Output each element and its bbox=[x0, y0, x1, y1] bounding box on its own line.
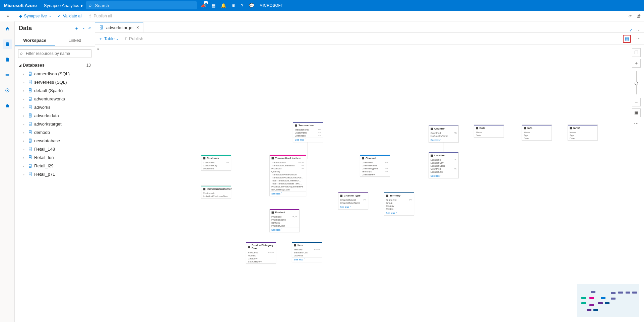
chevron-down-icon: ◢ bbox=[19, 63, 23, 67]
fit-to-screen-button[interactable]: ☐ bbox=[632, 48, 641, 57]
nav-monitor[interactable] bbox=[3, 86, 12, 95]
entity-location[interactable]: ▦LocationLocationIdPKLocationCityLocatio… bbox=[429, 152, 459, 178]
database-label: serverless (SQL) bbox=[34, 80, 67, 85]
add-table-dropdown[interactable]: ＋ Table ⌄ bbox=[99, 36, 119, 42]
database-item[interactable]: ▹🗄adworkstarget bbox=[17, 120, 95, 128]
database-icon: 🗄 bbox=[28, 105, 32, 110]
expand-icon[interactable]: ⤢ bbox=[629, 27, 633, 32]
chevron-right-icon: ▹ bbox=[23, 173, 26, 176]
nav-integrate[interactable] bbox=[3, 70, 12, 80]
tab-workspace[interactable]: Workspace bbox=[15, 35, 55, 46]
zoom-slider[interactable] bbox=[636, 71, 637, 94]
tab-linked[interactable]: Linked bbox=[55, 35, 95, 46]
entity-country[interactable]: ▦CountryCountryIdPKIsoCountryNameSee les… bbox=[429, 125, 459, 143]
database-label: Retail_p71 bbox=[34, 172, 55, 177]
entity-info[interactable]: ▦InfoNameAgeDate bbox=[522, 125, 552, 141]
chevron-right-icon: ▹ bbox=[23, 148, 26, 151]
database-item[interactable]: ▹🗄demodb bbox=[17, 128, 95, 137]
toolbar-right-actions: ⟳ 🗑 bbox=[624, 14, 641, 18]
top-navbar: Microsoft Azure Synapse Analytics ▸ 📣1 ▦… bbox=[0, 0, 644, 11]
pipeline-icon bbox=[5, 73, 10, 77]
entity-product[interactable]: ▦ProductProductIdPK,FKProductNameItemSku… bbox=[269, 209, 300, 232]
properties-panel-button[interactable]: ▤ bbox=[623, 35, 631, 43]
canvas-more-icon[interactable]: ⋯ bbox=[636, 36, 641, 41]
feedback-icon[interactable]: 📣1 bbox=[201, 3, 206, 8]
expand-canvas-icon[interactable]: » bbox=[97, 47, 99, 51]
service-dropdown[interactable]: Synapse Analytics ▸ bbox=[41, 3, 86, 8]
nav-develop[interactable] bbox=[3, 55, 12, 64]
minimap[interactable] bbox=[577, 284, 639, 317]
sidebar-title: Data bbox=[19, 25, 32, 32]
settings-icon[interactable]: ⚙ bbox=[232, 3, 236, 8]
publish-all-button: ⇪ Publish all bbox=[88, 14, 112, 18]
validate-all-button[interactable]: ✓ Validate all bbox=[58, 14, 82, 18]
database-item[interactable]: ▹🗄newdatabase bbox=[17, 137, 95, 145]
entity-date[interactable]: ▦DateNameDate bbox=[474, 125, 504, 138]
zoom-in-button[interactable]: ＋ bbox=[632, 59, 641, 68]
minimap-toggle-button[interactable]: ▣ bbox=[632, 108, 641, 117]
upload-icon: ⇪ bbox=[124, 36, 128, 41]
database-icon: 🗄 bbox=[28, 139, 32, 143]
entity-individualcustomer[interactable]: ▦IndividualCustomerCustomerIdIndividualC… bbox=[201, 185, 231, 198]
chat-icon[interactable]: 💬 bbox=[249, 3, 254, 8]
database-item[interactable]: ▹🗄adworksdata bbox=[17, 111, 95, 120]
database-item[interactable]: ▹🗄Retail_fun bbox=[17, 153, 95, 162]
zoom-controls: ☐ ＋ − ▣ ⋯ bbox=[632, 48, 641, 128]
nav-home[interactable] bbox=[3, 24, 12, 33]
database-item[interactable]: ▹🗄aamerrilsea (SQL) bbox=[17, 70, 95, 78]
database-icon: 🗄 bbox=[28, 113, 32, 118]
entity-customer[interactable]: ▦CustomerCustomerIdPKCustomerKeyLocation… bbox=[201, 155, 231, 171]
database-item[interactable]: ▹🗄Retail_148 bbox=[17, 145, 95, 153]
synapse-live-dropdown[interactable]: ◆ Synapse live ⌄ bbox=[19, 14, 52, 18]
refresh-icon[interactable]: ⟳ bbox=[628, 14, 632, 18]
add-resource-button[interactable]: ＋ bbox=[74, 25, 79, 31]
help-icon[interactable]: ? bbox=[241, 3, 243, 8]
nav-manage[interactable] bbox=[3, 101, 12, 110]
entity-info2[interactable]: ▦Info2NameAgeDate bbox=[568, 125, 598, 141]
diagram-canvas[interactable]: » ☐ ＋ − ▣ ⋯ bbox=[95, 45, 644, 322]
database-item[interactable]: ▹🗄adworks bbox=[17, 103, 95, 111]
global-search-input[interactable] bbox=[86, 1, 197, 9]
entity-productcategory[interactable]: ▦ProductCategory DimProductIdPK,FKModelI… bbox=[246, 242, 276, 264]
more-icon[interactable]: ⋯ bbox=[636, 27, 641, 32]
database-icon: 🗄 bbox=[28, 97, 32, 101]
database-icon: 🗄 bbox=[28, 147, 32, 152]
nav-data[interactable] bbox=[3, 39, 12, 49]
entity-channeltype[interactable]: ▦ChannelTypeChannelTypeIdPKChannelTypeNa… bbox=[338, 192, 368, 210]
chevron-right-icon: ▹ bbox=[23, 164, 26, 168]
entity-item[interactable]: ▦ItemItemSkuPK,FKStandardCostListPriceSe… bbox=[292, 242, 322, 262]
publish-button: ⇪ Publish bbox=[124, 36, 143, 41]
database-item[interactable]: ▹🗄adventureworks bbox=[17, 95, 95, 103]
entity-channel[interactable]: ▦ChannelChannelIdPKChannelNameChannelTyp… bbox=[360, 155, 390, 177]
canvas-options-icon[interactable]: ⋯ bbox=[632, 119, 641, 128]
svg-rect-4 bbox=[6, 105, 9, 107]
database-item[interactable]: ▹🗄Retail_l29 bbox=[17, 162, 95, 170]
sidebar-more-icon[interactable]: ⌄ bbox=[82, 25, 85, 31]
delete-icon[interactable]: 🗑 bbox=[637, 14, 641, 18]
database-item[interactable]: ▹🗄serverless (SQL) bbox=[17, 78, 95, 86]
file-tab-adworkstarget[interactable]: 🗄 adworkstarget × bbox=[95, 22, 143, 32]
apps-icon[interactable]: ▦ bbox=[211, 3, 215, 8]
home-icon bbox=[5, 26, 10, 31]
close-tab-icon[interactable]: × bbox=[136, 25, 139, 30]
database-item[interactable]: ▹🗄default (Spark) bbox=[17, 86, 95, 95]
database-label: adworksdata bbox=[34, 113, 59, 118]
database-label: default (Spark) bbox=[34, 88, 63, 93]
entity-transaction[interactable]: ▦TransactionTransactionIdPKCustomerIdFKC… bbox=[293, 122, 323, 142]
entity-territory[interactable]: ▦TerritoryTerritoryIdPKGroupCountryRegio… bbox=[384, 192, 414, 216]
database-icon bbox=[5, 42, 10, 47]
filter-resources-input[interactable] bbox=[18, 49, 91, 58]
zoom-slider-thumb[interactable] bbox=[635, 82, 638, 85]
databases-group-row[interactable]: ◢ Databases 13 bbox=[15, 61, 95, 70]
collapse-sidebar-icon[interactable]: « bbox=[88, 25, 91, 31]
upload-icon: ⇪ bbox=[88, 14, 92, 18]
notifications-icon[interactable]: 🔔 bbox=[221, 3, 226, 8]
left-nav-rail bbox=[0, 21, 15, 322]
database-icon: 🗄 bbox=[28, 80, 32, 85]
expand-leftrail-icon[interactable]: » bbox=[7, 14, 9, 18]
zoom-out-button[interactable]: − bbox=[632, 98, 641, 106]
database-icon: 🗄 bbox=[28, 122, 32, 127]
entity-transactionlineitem[interactable]: ▦TransactionLineItemTransactionIdPK,FKTr… bbox=[269, 155, 306, 196]
database-item[interactable]: ▹🗄Retail_p71 bbox=[17, 170, 95, 178]
account-label[interactable]: MICROSOFT bbox=[260, 3, 283, 7]
